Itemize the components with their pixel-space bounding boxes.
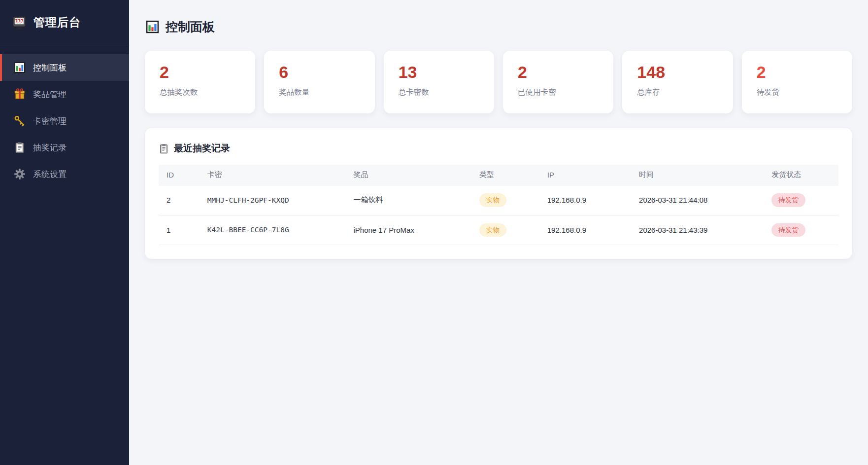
sidebar-item-prizes[interactable]: 奖品管理: [0, 81, 129, 107]
cell-type: 实物: [471, 185, 539, 215]
sidebar-item-label: 抽奖记录: [33, 142, 67, 153]
main-content: 控制面板 2 总抽奖次数 6 奖品数量 13 总卡密数 2 已使用卡密 148 …: [129, 0, 868, 465]
records-table: ID 卡密 奖品 类型 IP 时间 发货状态 2 MMHJ-CLFH-2GPF-…: [159, 165, 838, 245]
sidebar-item-lottery-records[interactable]: 抽奖记录: [0, 134, 129, 161]
stats-cards: 2 总抽奖次数 6 奖品数量 13 总卡密数 2 已使用卡密 148 总库存 2…: [145, 51, 852, 113]
stat-value: 148: [637, 64, 718, 80]
stat-label: 总抽奖次数: [160, 87, 240, 98]
stat-value: 13: [399, 64, 479, 80]
section-title: 最近抽奖记录: [174, 142, 230, 155]
col-header-ip: IP: [539, 165, 631, 185]
col-header-id: ID: [159, 165, 200, 185]
cell-status: 待发货: [764, 215, 838, 245]
gift-icon: [14, 88, 26, 100]
app-logo: 管理后台: [0, 0, 129, 45]
key-icon: [14, 115, 26, 127]
stat-value: 2: [160, 64, 240, 80]
stat-card-prize-count: 6 奖品数量: [264, 51, 374, 113]
cell-ip: 192.168.0.9: [539, 185, 631, 215]
cell-prize: 一箱饮料: [345, 185, 471, 215]
panel-title: 最近抽奖记录: [159, 142, 838, 155]
clipboard-icon: [14, 142, 26, 153]
type-badge: 实物: [479, 193, 506, 207]
cell-status: 待发货: [764, 185, 838, 215]
stat-card-total-card-keys: 13 总卡密数: [384, 51, 494, 113]
stat-label: 总库存: [637, 87, 718, 98]
sidebar-item-label: 系统设置: [33, 169, 67, 180]
sidebar-menu: 控制面板 奖品管理 卡密管理 抽奖记录 系统设置: [0, 45, 129, 187]
slot-machine-icon: [12, 15, 27, 30]
table-row: 2 MMHJ-CLFH-2GPF-KXQD 一箱饮料 实物 192.168.0.…: [159, 185, 838, 215]
sidebar-item-dashboard[interactable]: 控制面板: [0, 54, 129, 81]
type-badge: 实物: [479, 223, 506, 237]
page-title: 控制面板: [166, 19, 215, 35]
stat-label: 奖品数量: [279, 87, 360, 98]
app-title: 管理后台: [33, 15, 81, 30]
cell-prize: iPhone 17 ProMax: [345, 215, 471, 245]
cell-ip: 192.168.0.9: [539, 215, 631, 245]
cell-time: 2026-03-31 21:43:39: [631, 215, 764, 245]
col-header-time: 时间: [631, 165, 764, 185]
cell-id: 1: [159, 215, 200, 245]
stat-label: 已使用卡密: [518, 87, 599, 98]
cell-id: 2: [159, 185, 200, 215]
col-header-card-key: 卡密: [200, 165, 346, 185]
table-header-row: ID 卡密 奖品 类型 IP 时间 发货状态: [159, 165, 838, 185]
cell-time: 2026-03-31 21:44:08: [631, 185, 764, 215]
sidebar-item-label: 控制面板: [33, 62, 67, 73]
status-badge: 待发货: [771, 223, 805, 237]
clipboard-icon: [159, 143, 169, 154]
stat-card-pending-shipment: 2 待发货: [742, 51, 852, 113]
cell-card-key: MMHJ-CLFH-2GPF-KXQD: [200, 185, 346, 215]
cell-type: 实物: [471, 215, 539, 245]
status-badge: 待发货: [771, 193, 805, 207]
cell-card-key: K42L-BBEE-CC6P-7L8G: [200, 215, 346, 245]
bar-chart-icon: [146, 20, 159, 34]
sidebar-item-label: 卡密管理: [33, 115, 67, 127]
sidebar-item-card-keys[interactable]: 卡密管理: [0, 107, 129, 134]
bar-chart-icon: [14, 62, 26, 73]
stat-value: 6: [279, 64, 360, 80]
stat-value: 2: [518, 64, 599, 80]
table-row: 1 K42L-BBEE-CC6P-7L8G iPhone 17 ProMax 实…: [159, 215, 838, 245]
col-header-prize: 奖品: [345, 165, 471, 185]
sidebar: 管理后台 控制面板 奖品管理 卡密管理 抽奖记录 系统设置: [0, 0, 129, 465]
stat-label: 总卡密数: [399, 87, 479, 98]
stat-card-total-draws: 2 总抽奖次数: [145, 51, 255, 113]
stat-card-used-card-keys: 2 已使用卡密: [503, 51, 613, 113]
stat-value: 2: [757, 64, 837, 80]
stat-card-total-stock: 148 总库存: [622, 51, 733, 113]
recent-records-panel: 最近抽奖记录 ID 卡密 奖品 类型 IP 时间 发货状态: [145, 128, 852, 259]
sidebar-item-settings[interactable]: 系统设置: [0, 161, 129, 187]
sidebar-item-label: 奖品管理: [33, 89, 67, 100]
col-header-status: 发货状态: [764, 165, 838, 185]
page-header: 控制面板: [146, 19, 852, 35]
stat-label: 待发货: [757, 87, 837, 98]
gear-icon: [14, 168, 26, 180]
col-header-type: 类型: [471, 165, 539, 185]
